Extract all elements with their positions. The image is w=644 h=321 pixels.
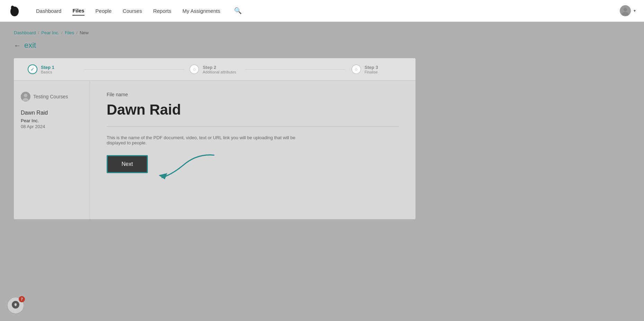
navbar: Dashboard Files People Courses Reports M… bbox=[0, 0, 644, 22]
field-label: File name bbox=[107, 92, 399, 97]
body-row: Testing Courses Dawn Raid Pear Inc. 08 A… bbox=[14, 81, 415, 219]
breadcrumb-files[interactable]: Files bbox=[65, 30, 74, 35]
nav-right: ▾ bbox=[620, 5, 636, 16]
back-arrow-icon[interactable]: ← bbox=[14, 42, 21, 50]
breadcrumb-dashboard[interactable]: Dashboard bbox=[14, 30, 36, 35]
svg-point-3 bbox=[622, 12, 628, 16]
stepper: ✓ Step 1 Basics ○ Step 2 Additional attr… bbox=[14, 58, 415, 81]
step-2-icon: ○ bbox=[189, 64, 199, 74]
arrow-annotation bbox=[141, 152, 217, 188]
step-1-label: Step 1 bbox=[41, 65, 54, 70]
avatar-caret[interactable]: ▾ bbox=[634, 8, 636, 13]
sidebar-org: Pear Inc. bbox=[21, 118, 83, 123]
svg-point-2 bbox=[624, 8, 627, 11]
nav-reports[interactable]: Reports bbox=[153, 7, 171, 15]
step-2-label: Step 2 bbox=[203, 65, 236, 70]
sidebar-file-name: Dawn Raid bbox=[21, 110, 83, 116]
step-connector-1 bbox=[83, 69, 184, 70]
step-connector-2 bbox=[245, 69, 346, 70]
right-panel: File name Dawn Raid This is the name of … bbox=[90, 81, 415, 219]
breadcrumb: Dashboard / Pear Inc. / Files / New bbox=[14, 30, 630, 35]
nav-my-assignments[interactable]: My Assignments bbox=[182, 7, 220, 15]
help-text: This is the name of the PDF document, vi… bbox=[107, 135, 301, 145]
main-content: Dashboard / Pear Inc. / Files / New ← ex… bbox=[0, 22, 644, 228]
user-icon bbox=[21, 92, 30, 101]
wizard-card: ✓ Step 1 Basics ○ Step 2 Additional attr… bbox=[14, 58, 415, 219]
search-icon[interactable]: 🔍 bbox=[234, 7, 242, 15]
sidebar-user-name: Testing Courses bbox=[33, 94, 68, 99]
exit-button[interactable]: exit bbox=[24, 41, 36, 50]
step-3-sub: Finalise bbox=[365, 70, 378, 74]
svg-marker-6 bbox=[159, 173, 167, 179]
exit-row: ← exit bbox=[14, 41, 630, 50]
sidebar: Testing Courses Dawn Raid Pear Inc. 08 A… bbox=[14, 81, 90, 219]
next-btn-wrapper: Next bbox=[107, 155, 399, 173]
nav-dashboard[interactable]: Dashboard bbox=[36, 7, 61, 15]
sidebar-user: Testing Courses bbox=[21, 92, 83, 101]
step-3: ○ Step 3 Finalise bbox=[351, 64, 402, 74]
svg-point-5 bbox=[23, 98, 28, 101]
breadcrumb-current: New bbox=[80, 30, 89, 35]
step-1: ✓ Step 1 Basics bbox=[28, 64, 78, 74]
app-logo[interactable] bbox=[8, 5, 21, 17]
step-3-icon: ○ bbox=[351, 64, 361, 74]
badge-count: 7 bbox=[19, 296, 25, 302]
step-2: ○ Step 2 Additional attributes bbox=[189, 64, 240, 74]
svg-point-4 bbox=[24, 93, 27, 97]
nav-courses[interactable]: Courses bbox=[123, 7, 142, 15]
nav-people[interactable]: People bbox=[96, 7, 112, 15]
badge-icon bbox=[11, 300, 20, 311]
step-1-sub: Basics bbox=[41, 70, 54, 74]
step-1-icon: ✓ bbox=[28, 64, 37, 74]
sidebar-date: 08 Apr 2024 bbox=[21, 124, 83, 129]
step-2-sub: Additional attributes bbox=[203, 70, 236, 74]
nav-files[interactable]: Files bbox=[72, 6, 84, 16]
avatar[interactable] bbox=[620, 5, 631, 16]
breadcrumb-org[interactable]: Pear Inc. bbox=[41, 30, 59, 35]
notification-badge[interactable]: 7 bbox=[7, 297, 24, 314]
file-name-display: Dawn Raid bbox=[107, 101, 399, 127]
step-3-label: Step 3 bbox=[365, 65, 378, 70]
